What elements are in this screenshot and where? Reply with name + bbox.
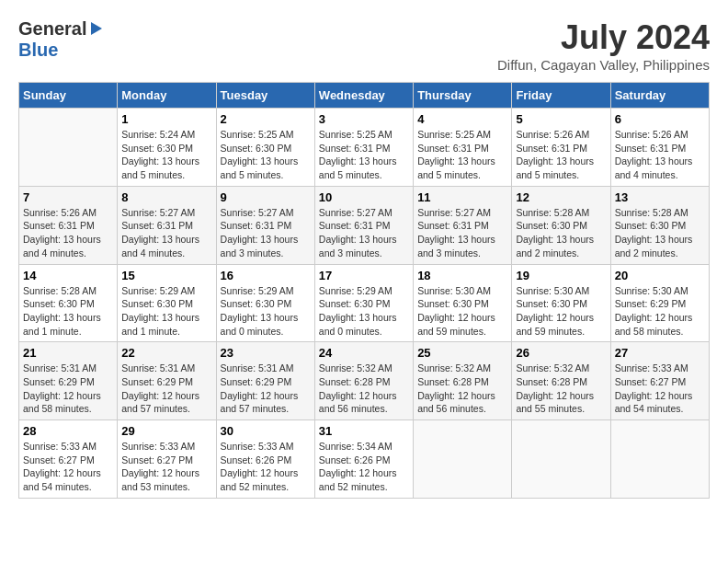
calendar-day-cell: 31Sunrise: 5:34 AMSunset: 6:26 PMDayligh… (314, 420, 413, 499)
day-info: Sunrise: 5:28 AMSunset: 6:30 PMDaylight:… (615, 206, 705, 260)
day-number: 13 (615, 190, 705, 204)
calendar-header-row: SundayMondayTuesdayWednesdayThursdayFrid… (19, 83, 710, 109)
day-number: 29 (121, 424, 211, 438)
calendar-day-cell (610, 420, 709, 499)
day-info: Sunrise: 5:25 AMSunset: 6:31 PMDaylight:… (417, 128, 507, 182)
day-number: 31 (319, 424, 409, 438)
day-info: Sunrise: 5:31 AMSunset: 6:29 PMDaylight:… (221, 362, 311, 416)
calendar-day-cell: 19Sunrise: 5:30 AMSunset: 6:30 PMDayligh… (512, 264, 610, 342)
logo-triangle-icon (87, 20, 104, 37)
day-number: 8 (121, 190, 211, 204)
day-number: 1 (121, 112, 211, 126)
logo: General Blue (18, 18, 104, 61)
calendar-day-cell: 7Sunrise: 5:26 AMSunset: 6:31 PMDaylight… (19, 186, 118, 264)
day-info: Sunrise: 5:25 AMSunset: 6:30 PMDaylight:… (221, 128, 311, 182)
day-info: Sunrise: 5:28 AMSunset: 6:30 PMDaylight:… (23, 284, 113, 339)
calendar-day-cell: 9Sunrise: 5:27 AMSunset: 6:31 PMDaylight… (216, 186, 314, 264)
day-of-week-header: Tuesday (216, 83, 314, 109)
day-number: 3 (319, 112, 409, 126)
title-section: July 2024 Diffun, Cagayan Valley, Philip… (497, 18, 710, 73)
day-number: 11 (417, 190, 507, 204)
day-info: Sunrise: 5:30 AMSunset: 6:30 PMDaylight:… (417, 284, 507, 339)
day-of-week-header: Sunday (19, 83, 118, 109)
calendar-day-cell: 17Sunrise: 5:29 AMSunset: 6:30 PMDayligh… (314, 264, 413, 342)
day-info: Sunrise: 5:32 AMSunset: 6:28 PMDaylight:… (516, 362, 606, 416)
day-info: Sunrise: 5:27 AMSunset: 6:31 PMDaylight:… (417, 206, 507, 260)
calendar-day-cell: 13Sunrise: 5:28 AMSunset: 6:30 PMDayligh… (610, 186, 709, 264)
day-number: 16 (221, 269, 311, 282)
page-header: General Blue July 2024 Diffun, Cagayan V… (18, 18, 710, 73)
calendar-week-row: 21Sunrise: 5:31 AMSunset: 6:29 PMDayligh… (19, 342, 710, 420)
day-info: Sunrise: 5:24 AMSunset: 6:30 PMDaylight:… (121, 128, 211, 182)
day-number: 27 (615, 346, 705, 360)
day-info: Sunrise: 5:32 AMSunset: 6:28 PMDaylight:… (417, 362, 507, 416)
day-info: Sunrise: 5:32 AMSunset: 6:28 PMDaylight:… (319, 362, 409, 416)
day-info: Sunrise: 5:30 AMSunset: 6:29 PMDaylight:… (615, 284, 705, 339)
day-number: 19 (516, 269, 606, 282)
day-info: Sunrise: 5:28 AMSunset: 6:30 PMDaylight:… (516, 206, 606, 260)
calendar-day-cell: 14Sunrise: 5:28 AMSunset: 6:30 PMDayligh… (19, 264, 118, 342)
calendar-week-row: 14Sunrise: 5:28 AMSunset: 6:30 PMDayligh… (19, 264, 710, 342)
calendar-day-cell: 11Sunrise: 5:27 AMSunset: 6:31 PMDayligh… (414, 186, 512, 264)
day-info: Sunrise: 5:31 AMSunset: 6:29 PMDaylight:… (121, 362, 211, 416)
day-info: Sunrise: 5:27 AMSunset: 6:31 PMDaylight:… (319, 206, 409, 260)
calendar-table: SundayMondayTuesdayWednesdayThursdayFrid… (18, 82, 710, 499)
calendar-day-cell: 8Sunrise: 5:27 AMSunset: 6:31 PMDaylight… (118, 186, 216, 264)
day-number: 28 (23, 424, 113, 438)
day-info: Sunrise: 5:33 AMSunset: 6:26 PMDaylight:… (221, 440, 311, 494)
calendar-day-cell: 2Sunrise: 5:25 AMSunset: 6:30 PMDaylight… (216, 109, 314, 187)
calendar-day-cell: 22Sunrise: 5:31 AMSunset: 6:29 PMDayligh… (118, 342, 216, 420)
day-info: Sunrise: 5:29 AMSunset: 6:30 PMDaylight:… (319, 284, 409, 339)
day-info: Sunrise: 5:27 AMSunset: 6:31 PMDaylight:… (121, 206, 211, 260)
day-info: Sunrise: 5:29 AMSunset: 6:30 PMDaylight:… (121, 284, 211, 339)
calendar-day-cell: 5Sunrise: 5:26 AMSunset: 6:31 PMDaylight… (512, 109, 610, 187)
calendar-day-cell: 29Sunrise: 5:33 AMSunset: 6:27 PMDayligh… (118, 420, 216, 499)
calendar-day-cell: 4Sunrise: 5:25 AMSunset: 6:31 PMDaylight… (414, 109, 512, 187)
day-number: 15 (121, 269, 211, 282)
day-number: 30 (221, 424, 311, 438)
day-number: 26 (516, 346, 606, 360)
calendar-day-cell: 16Sunrise: 5:29 AMSunset: 6:30 PMDayligh… (216, 264, 314, 342)
day-number: 7 (23, 190, 113, 204)
calendar-day-cell: 23Sunrise: 5:31 AMSunset: 6:29 PMDayligh… (216, 342, 314, 420)
calendar-day-cell: 30Sunrise: 5:33 AMSunset: 6:26 PMDayligh… (216, 420, 314, 499)
day-number: 6 (615, 112, 705, 126)
calendar-week-row: 1Sunrise: 5:24 AMSunset: 6:30 PMDaylight… (19, 109, 710, 187)
day-number: 4 (417, 112, 507, 126)
day-info: Sunrise: 5:34 AMSunset: 6:26 PMDaylight:… (319, 440, 409, 494)
day-number: 17 (319, 269, 409, 282)
calendar-day-cell: 10Sunrise: 5:27 AMSunset: 6:31 PMDayligh… (314, 186, 413, 264)
day-info: Sunrise: 5:33 AMSunset: 6:27 PMDaylight:… (615, 362, 705, 416)
calendar-week-row: 7Sunrise: 5:26 AMSunset: 6:31 PMDaylight… (19, 186, 710, 264)
location-subtitle: Diffun, Cagayan Valley, Philippines (497, 57, 710, 73)
day-number: 2 (221, 112, 311, 126)
calendar-day-cell (414, 420, 512, 499)
calendar-day-cell: 27Sunrise: 5:33 AMSunset: 6:27 PMDayligh… (610, 342, 709, 420)
calendar-day-cell: 26Sunrise: 5:32 AMSunset: 6:28 PMDayligh… (512, 342, 610, 420)
svg-marker-0 (91, 22, 102, 35)
calendar-day-cell: 18Sunrise: 5:30 AMSunset: 6:30 PMDayligh… (414, 264, 512, 342)
day-info: Sunrise: 5:33 AMSunset: 6:27 PMDaylight:… (121, 440, 211, 494)
day-number: 20 (615, 269, 705, 282)
day-of-week-header: Saturday (610, 83, 709, 109)
day-number: 9 (221, 190, 311, 204)
logo-general-text: General (18, 18, 86, 40)
month-year-title: July 2024 (497, 18, 710, 57)
day-number: 24 (319, 346, 409, 360)
day-number: 22 (121, 346, 211, 360)
calendar-day-cell: 21Sunrise: 5:31 AMSunset: 6:29 PMDayligh… (19, 342, 118, 420)
calendar-week-row: 28Sunrise: 5:33 AMSunset: 6:27 PMDayligh… (19, 420, 710, 499)
calendar-day-cell: 25Sunrise: 5:32 AMSunset: 6:28 PMDayligh… (414, 342, 512, 420)
day-number: 25 (417, 346, 507, 360)
day-info: Sunrise: 5:29 AMSunset: 6:30 PMDaylight:… (221, 284, 311, 339)
calendar-day-cell: 24Sunrise: 5:32 AMSunset: 6:28 PMDayligh… (314, 342, 413, 420)
calendar-day-cell: 6Sunrise: 5:26 AMSunset: 6:31 PMDaylight… (610, 109, 709, 187)
day-info: Sunrise: 5:27 AMSunset: 6:31 PMDaylight:… (221, 206, 311, 260)
day-number: 10 (319, 190, 409, 204)
day-number: 14 (23, 269, 113, 282)
day-info: Sunrise: 5:30 AMSunset: 6:30 PMDaylight:… (516, 284, 606, 339)
calendar-day-cell: 20Sunrise: 5:30 AMSunset: 6:29 PMDayligh… (610, 264, 709, 342)
calendar-body: 1Sunrise: 5:24 AMSunset: 6:30 PMDaylight… (19, 109, 710, 499)
calendar-day-cell (19, 109, 118, 187)
logo-blue-text: Blue (18, 40, 58, 60)
